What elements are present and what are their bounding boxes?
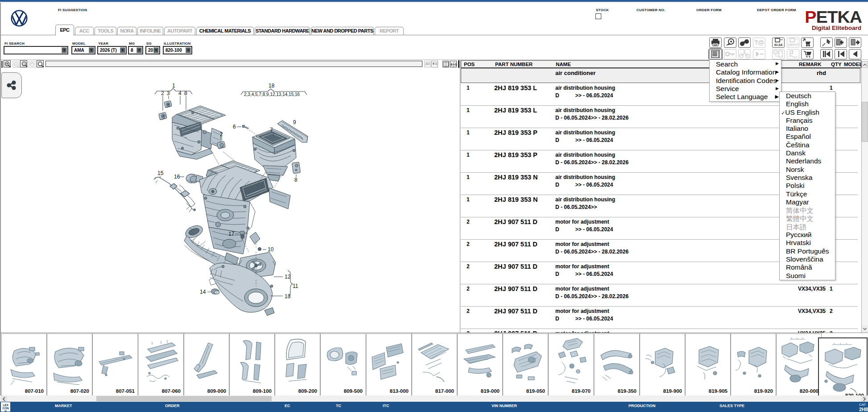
- svg-text:10: 10: [268, 246, 274, 253]
- svg-text:6: 6: [233, 124, 236, 130]
- svg-text:?@: ?@: [754, 39, 764, 46]
- svg-text:1: 1: [172, 83, 175, 89]
- svg-text:9: 9: [293, 119, 296, 125]
- svg-text:17: 17: [228, 231, 235, 237]
- svg-text:8: 8: [294, 177, 298, 183]
- svg-text:15: 15: [157, 170, 164, 176]
- svg-text:11: 11: [293, 283, 298, 289]
- svg-text:3: 3: [167, 90, 170, 96]
- svg-text:2,3,4,5,7,8,9,12,13,14,15,16: 2,3,4,5,7,8,9,12,13,14,15,16: [244, 92, 300, 97]
- svg-text:4: 4: [178, 90, 182, 96]
- svg-text:DEPOT: DEPOT: [788, 43, 799, 46]
- svg-text:16: 16: [174, 174, 180, 180]
- svg-text:2: 2: [220, 131, 223, 137]
- svg-text:7: 7: [270, 127, 273, 133]
- svg-text:2: 2: [161, 90, 164, 96]
- svg-text:8: 8: [184, 90, 187, 96]
- svg-text:13: 13: [285, 293, 291, 300]
- svg-text:12: 12: [285, 274, 291, 280]
- svg-text:14: 14: [200, 289, 206, 295]
- svg-text:ELSA: ELSA: [774, 43, 783, 46]
- svg-text:18: 18: [269, 83, 275, 89]
